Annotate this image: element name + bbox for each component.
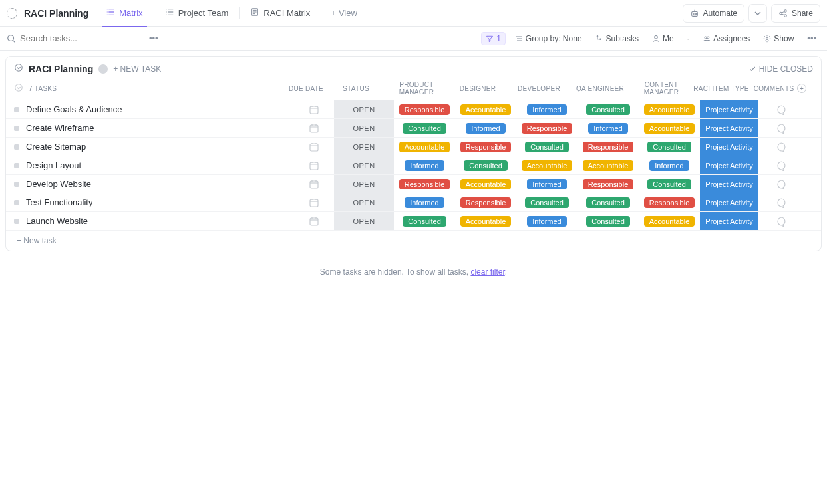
clear-filter-link[interactable]: clear filter [470, 267, 504, 277]
comments-cell[interactable] [758, 156, 805, 174]
comments-cell[interactable] [758, 193, 805, 211]
type-cell[interactable]: Project Activity [700, 193, 758, 211]
comments-cell[interactable] [758, 119, 805, 137]
developer-cell[interactable]: Informed [516, 212, 578, 230]
cm-cell[interactable]: Accountable [639, 119, 700, 137]
designer-cell[interactable]: Accountable [455, 175, 516, 193]
cm-cell[interactable]: Consulted [639, 175, 700, 193]
designer-cell[interactable]: Responsible [455, 138, 516, 156]
status-cell[interactable]: OPEN [334, 156, 394, 174]
pm-cell[interactable]: Accountable [394, 138, 455, 156]
qa-cell[interactable]: Responsible [578, 138, 639, 156]
table-row[interactable]: Define Goals & AudienceOPENResponsibleAc… [6, 100, 821, 119]
tab-raci-matrix[interactable]: RACI Matrix [242, 0, 318, 27]
qa-cell[interactable]: Informed [578, 119, 639, 137]
info-icon[interactable] [98, 64, 108, 74]
col-raci-item-type[interactable]: RACI ITEM TYPE [692, 85, 750, 92]
col-developer[interactable]: DEVELOPER [508, 85, 570, 92]
qa-cell[interactable]: Consulted [578, 212, 639, 230]
table-row[interactable]: Test FunctionalityOPENInformedResponsibl… [6, 193, 821, 212]
developer-cell[interactable]: Informed [516, 100, 578, 118]
table-row[interactable]: Design LayoutOPENInformedConsultedAccoun… [6, 156, 821, 175]
share-button[interactable]: Share [771, 4, 820, 23]
designer-cell[interactable]: Informed [455, 119, 516, 137]
new-task-row[interactable]: + New task [6, 231, 821, 251]
pm-cell[interactable]: Informed [394, 156, 455, 174]
cm-cell[interactable]: Consulted [639, 138, 700, 156]
search-input[interactable] [20, 33, 113, 43]
comments-cell[interactable] [758, 100, 805, 118]
tab-matrix[interactable]: Matrix [98, 0, 150, 27]
me-button[interactable]: Me [648, 33, 678, 45]
type-cell[interactable]: Project Activity [700, 100, 758, 118]
add-column-button[interactable]: + [797, 84, 813, 93]
cm-cell[interactable]: Responsible [639, 193, 700, 211]
col-qa-engineer[interactable]: QA ENGINEER [570, 85, 631, 92]
due-date-cell[interactable] [294, 193, 334, 211]
qa-cell[interactable]: Consulted [578, 100, 639, 118]
due-date-cell[interactable] [294, 100, 334, 118]
due-date-cell[interactable] [294, 212, 334, 230]
col-due-date[interactable]: DUE DATE [286, 85, 326, 92]
developer-cell[interactable]: Informed [516, 175, 578, 193]
col-status[interactable]: STATUS [326, 85, 386, 92]
designer-cell[interactable]: Accountable [455, 100, 516, 118]
automate-button[interactable]: Automate [683, 4, 744, 23]
pm-cell[interactable]: Responsible [394, 175, 455, 193]
pm-cell[interactable]: Consulted [394, 119, 455, 137]
cm-cell[interactable]: Informed [639, 156, 700, 174]
type-cell[interactable]: Project Activity [700, 212, 758, 230]
developer-cell[interactable]: Consulted [516, 138, 578, 156]
designer-cell[interactable]: Accountable [455, 212, 516, 230]
pm-cell[interactable]: Responsible [394, 100, 455, 118]
due-date-cell[interactable] [294, 138, 334, 156]
status-cell[interactable]: OPEN [334, 175, 394, 193]
show-button[interactable]: Show [759, 33, 798, 45]
new-task-button[interactable]: + NEW TASK [113, 64, 161, 74]
type-cell[interactable]: Project Activity [700, 156, 758, 174]
due-date-cell[interactable] [294, 156, 334, 174]
due-date-cell[interactable] [294, 119, 334, 137]
table-row[interactable]: Launch WebsiteOPENConsultedAccountableIn… [6, 212, 821, 231]
designer-cell[interactable]: Responsible [455, 193, 516, 211]
qa-cell[interactable]: Responsible [578, 175, 639, 193]
col-content-manager[interactable]: CONTENT MANAGER [631, 81, 692, 96]
table-row[interactable]: Create SitemapOPENAccountableResponsible… [6, 138, 821, 156]
designer-cell[interactable]: Consulted [455, 156, 516, 174]
table-row[interactable]: Create WireframeOPENConsultedInformedRes… [6, 119, 821, 138]
comments-cell[interactable] [758, 212, 805, 230]
developer-cell[interactable]: Consulted [516, 193, 578, 211]
search-more-button[interactable]: ••• [145, 31, 162, 46]
add-view-button[interactable]: + View [324, 8, 364, 18]
cm-cell[interactable]: Accountable [639, 100, 700, 118]
assignees-button[interactable]: Assignees [699, 33, 754, 45]
pm-cell[interactable]: Informed [394, 193, 455, 211]
subtasks-button[interactable]: Subtasks [591, 33, 643, 45]
status-cell[interactable]: OPEN [334, 138, 394, 156]
automate-dropdown[interactable] [748, 4, 767, 23]
status-cell[interactable]: OPEN [334, 212, 394, 230]
hide-closed-button[interactable]: HIDE CLOSED [748, 64, 813, 74]
filter-button[interactable]: 1 [481, 32, 506, 45]
status-cell[interactable]: OPEN [334, 119, 394, 137]
type-cell[interactable]: Project Activity [700, 175, 758, 193]
groupby-button[interactable]: Group by: None [511, 33, 586, 45]
due-date-cell[interactable] [294, 175, 334, 193]
type-cell[interactable]: Project Activity [700, 138, 758, 156]
status-cell[interactable]: OPEN [334, 193, 394, 211]
col-designer[interactable]: DESIGNER [447, 85, 508, 92]
tab-project-team[interactable]: Project Team [157, 0, 237, 27]
view-more-button[interactable]: ••• [803, 31, 820, 46]
col-comments[interactable]: COMMENTS [750, 85, 797, 92]
comments-cell[interactable] [758, 175, 805, 193]
cm-cell[interactable]: Accountable [639, 212, 700, 230]
qa-cell[interactable]: Accountable [578, 156, 639, 174]
developer-cell[interactable]: Accountable [516, 156, 578, 174]
status-cell[interactable]: OPEN [334, 100, 394, 118]
expand-all-toggle[interactable] [14, 83, 23, 94]
type-cell[interactable]: Project Activity [700, 119, 758, 137]
qa-cell[interactable]: Consulted [578, 193, 639, 211]
comments-cell[interactable] [758, 138, 805, 156]
collapse-toggle[interactable] [14, 63, 23, 74]
table-row[interactable]: Develop WebsiteOPENResponsibleAccountabl… [6, 175, 821, 193]
